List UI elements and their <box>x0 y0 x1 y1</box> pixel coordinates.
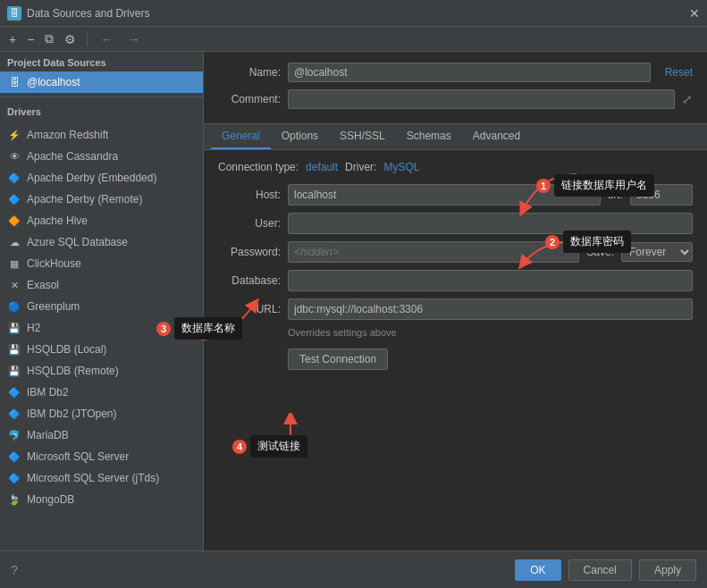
tab-general[interactable]: General <box>211 124 271 149</box>
tab-advanced[interactable]: Advanced <box>462 124 531 149</box>
annotation-2: 2 数据库密码 <box>545 231 631 253</box>
project-section-title: Project Data Sources <box>0 52 203 71</box>
test-connection-button[interactable]: Test Connection <box>288 349 388 370</box>
ibm-db2-jt-icon: 🔷 <box>7 407 21 421</box>
sidebar-item-apache-derby-embedded[interactable]: 🔷 Apache Derby (Embedded) <box>0 167 203 189</box>
comment-row: Comment: ⤢ <box>218 89 693 109</box>
sidebar-item-mssql[interactable]: 🔷 Microsoft SQL Server <box>0 446 203 467</box>
conn-type-value[interactable]: default <box>306 161 338 173</box>
sidebar-item-label: Exasol <box>27 279 59 291</box>
sidebar-item-label: IBM Db2 (JTOpen) <box>27 407 116 420</box>
tab-options[interactable]: Options <box>271 124 329 149</box>
sidebar: Project Data Sources 🗄 @localhost Driver… <box>0 52 204 550</box>
sidebar-item-label: Amazon Redshift <box>27 129 108 141</box>
sidebar-item-localhost[interactable]: 🗄 @localhost <box>0 71 203 93</box>
forward-button[interactable]: → <box>122 30 145 48</box>
database-label: Database: <box>218 274 281 287</box>
annotation-3-num: 3 <box>156 322 171 336</box>
reset-link[interactable]: Reset <box>665 66 693 79</box>
expand-icon[interactable]: ⤢ <box>682 92 693 106</box>
url-label: URL: <box>218 303 281 315</box>
back-button[interactable]: ← <box>95 30 118 48</box>
sidebar-item-label: H2 <box>27 322 40 334</box>
sidebar-item-mariadb[interactable]: 🐬 MariaDB <box>0 424 203 446</box>
sidebar-item-hsqldb-local[interactable]: 💾 HSQLDB (Local) <box>0 339 203 360</box>
user-input[interactable] <box>288 213 693 234</box>
ok-button[interactable]: OK <box>515 559 560 581</box>
sidebar-item-amazon-redshift[interactable]: ⚡ Amazon Redshift <box>0 124 203 146</box>
name-label: Name: <box>218 66 281 79</box>
sidebar-item-label: Microsoft SQL Server (jTds) <box>27 472 159 484</box>
config-button[interactable]: ⚙ <box>61 30 80 48</box>
sidebar-item-hsqldb-remote[interactable]: 💾 HSQLDB (Remote) <box>0 360 203 382</box>
password-label: Password: <box>218 246 281 258</box>
sidebar-item-mongodb[interactable]: 🍃 MongoDB <box>0 489 203 510</box>
annotation-2-num: 2 <box>545 235 560 249</box>
datasource-icon: 🗄 <box>7 75 21 89</box>
toolbar: + − ⧉ ⚙ ← → <box>0 27 707 52</box>
sidebar-item-ibm-db2[interactable]: 🔷 IBM Db2 <box>0 382 203 403</box>
sidebar-item-label: @localhost <box>27 76 80 88</box>
sidebar-item-ibm-db2-jtopen[interactable]: 🔷 IBM Db2 (JTOpen) <box>0 403 203 424</box>
sidebar-divider <box>0 97 203 97</box>
conn-type-label: Connection type: <box>218 161 299 173</box>
password-input[interactable] <box>288 241 579 263</box>
annotation-4-text: 测试链接 <box>250 435 307 458</box>
exasol-icon: ✕ <box>7 278 21 292</box>
sidebar-item-apache-derby-remote[interactable]: 🔷 Apache Derby (Remote) <box>0 189 203 210</box>
remove-button[interactable]: − <box>23 30 38 48</box>
ibm-db2-icon: 🔷 <box>7 385 21 399</box>
sidebar-item-mssql-jtds[interactable]: 🔷 Microsoft SQL Server (jTds) <box>0 467 203 489</box>
apply-button[interactable]: Apply <box>639 559 696 581</box>
sidebar-item-label: Microsoft SQL Server <box>27 450 129 463</box>
database-input[interactable] <box>288 270 693 291</box>
sidebar-item-label: Apache Hive <box>27 214 88 227</box>
close-button[interactable]: ✕ <box>689 6 700 21</box>
drivers-list: ⚡ Amazon Redshift 👁 Apache Cassandra 🔷 A… <box>0 121 203 510</box>
save-select[interactable]: Forever Until restart Never <box>621 242 693 262</box>
name-input[interactable] <box>288 63 651 82</box>
tab-ssh-ssl[interactable]: SSH/SSL <box>329 124 396 149</box>
annotation-2-text: 数据库密码 <box>563 231 631 253</box>
content-area: Name: Reset Comment: ⤢ General Options S… <box>204 52 707 550</box>
annotation-4: 4 测试链接 <box>232 435 307 458</box>
sidebar-item-exasol[interactable]: ✕ Exasol <box>0 274 203 296</box>
window-icon: 🗄 <box>7 6 21 21</box>
sidebar-item-label: Greenplum <box>27 300 80 313</box>
conn-type-row: Connection type: default Driver: MySQL <box>218 161 693 173</box>
mssql-jtds-icon: 🔷 <box>7 471 21 485</box>
url-input[interactable] <box>288 298 693 320</box>
add-button[interactable]: + <box>5 30 20 48</box>
cancel-button[interactable]: Cancel <box>568 559 632 581</box>
comment-input[interactable] <box>288 89 675 109</box>
sidebar-item-apache-hive[interactable]: 🔶 Apache Hive <box>0 210 203 231</box>
sidebar-item-label: MariaDB <box>27 429 69 441</box>
sidebar-item-label: Azure SQL Database <box>27 236 128 248</box>
mariadb-icon: 🐬 <box>7 428 21 442</box>
sidebar-item-azure-sql[interactable]: ☁ Azure SQL Database <box>0 231 203 253</box>
clickhouse-icon: ▦ <box>7 256 21 271</box>
tabs-bar: General Options SSH/SSL Schemas Advanced <box>204 124 707 150</box>
window-title: Data Sources and Drivers <box>27 7 689 20</box>
bottom-bar: ? OK Cancel Apply <box>0 550 707 588</box>
derby-rem-icon: 🔷 <box>7 192 21 206</box>
sidebar-item-clickhouse[interactable]: ▦ ClickHouse <box>0 253 203 274</box>
name-row: Name: Reset <box>218 63 693 82</box>
greenplum-icon: 🔵 <box>7 299 21 314</box>
sidebar-item-apache-cassandra[interactable]: 👁 Apache Cassandra <box>0 146 203 167</box>
sidebar-item-label: HSQLDB (Local) <box>27 343 106 356</box>
database-row: Database: <box>218 270 693 291</box>
sidebar-item-greenplum[interactable]: 🔵 Greenplum <box>0 296 203 317</box>
duplicate-button[interactable]: ⧉ <box>41 29 57 48</box>
sidebar-item-label: Apache Derby (Embedded) <box>27 172 156 184</box>
annotation-3: 3 数据库名称 <box>156 317 242 340</box>
annotation-1: 1 链接数据库用户名 <box>536 174 654 197</box>
drivers-section-title: Drivers <box>0 101 203 121</box>
user-label: User: <box>218 217 281 230</box>
help-icon[interactable]: ? <box>11 563 18 577</box>
annotation-4-num: 4 <box>232 440 247 454</box>
annotation-1-text: 链接数据库用户名 <box>554 174 654 197</box>
tab-schemas[interactable]: Schemas <box>396 124 462 149</box>
sidebar-item-label: Apache Derby (Remote) <box>27 193 142 206</box>
driver-value[interactable]: MySQL <box>383 161 419 173</box>
